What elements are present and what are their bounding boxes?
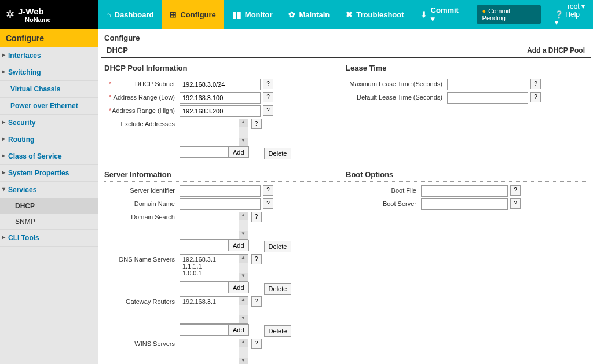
- input-server-id[interactable]: [180, 185, 261, 197]
- page-action: Add a DHCP Pool: [527, 46, 585, 54]
- nav-configure[interactable]: ⊞Configure: [162, 0, 224, 29]
- page-title: DHCP: [107, 46, 128, 54]
- nav-troubleshoot[interactable]: ✖Troubleshoot: [338, 0, 412, 29]
- input-default-lease[interactable]: [447, 92, 528, 104]
- brand-block: ✲ J-Web NoName: [0, 0, 98, 29]
- help-gateway[interactable]: ?: [251, 296, 262, 307]
- help-server-id[interactable]: ?: [263, 185, 273, 196]
- btn-domain-search-add[interactable]: Add: [228, 240, 249, 251]
- main-content: Configure DHCP Add a DHCP Pool DHCP Pool…: [98, 29, 593, 364]
- input-max-lease[interactable]: [447, 79, 528, 90]
- help-range-high[interactable]: ?: [263, 105, 273, 116]
- help-dns[interactable]: ?: [251, 254, 262, 264]
- nav-monitor[interactable]: ▮▮Monitor: [224, 0, 281, 29]
- nav-maintain[interactable]: ✿Maintain: [280, 0, 338, 29]
- btn-gateway-add[interactable]: Add: [228, 324, 249, 336]
- list-item[interactable]: 1.1.1.1: [181, 263, 247, 270]
- input-range-high[interactable]: [180, 105, 261, 117]
- help-icon: ❔: [555, 10, 565, 19]
- input-exclude-add[interactable]: [180, 146, 228, 158]
- label-max-lease: Maximum Lease Time (Seconds): [346, 79, 447, 87]
- commit-pending-badge[interactable]: Commit Pending: [477, 5, 541, 24]
- configure-icon: ⊞: [170, 10, 177, 19]
- nav-commit[interactable]: ⬇Commit ▾: [412, 0, 471, 29]
- listbox-gateway[interactable]: 192.168.3.1 ▲▼: [180, 296, 248, 324]
- help-wins[interactable]: ?: [251, 339, 262, 349]
- scroll-up-icon[interactable]: ▲: [239, 119, 248, 127]
- label-default-lease: Default Lease Time (Seconds): [346, 92, 447, 101]
- input-domain-name[interactable]: [180, 198, 261, 210]
- sidebar-item-switching[interactable]: Switching: [0, 64, 98, 81]
- help-default-lease[interactable]: ?: [530, 92, 541, 102]
- help-range-low[interactable]: ?: [263, 92, 273, 102]
- sidebar-item-routing[interactable]: Routing: [0, 131, 98, 148]
- scroll-up-icon[interactable]: ▲: [239, 212, 248, 220]
- input-range-low[interactable]: [180, 92, 261, 104]
- breadcrumb: Configure: [98, 29, 593, 43]
- help-max-lease[interactable]: ?: [530, 79, 541, 89]
- input-boot-server[interactable]: [421, 198, 508, 210]
- scroll-down-icon[interactable]: ▼: [239, 273, 248, 281]
- sidebar-item-dhcp[interactable]: DHCP: [0, 198, 98, 214]
- scroll-up-icon[interactable]: ▲: [239, 297, 248, 305]
- sidebar-item-cli-tools[interactable]: CLI Tools: [0, 230, 98, 247]
- sidebar-item-interfaces[interactable]: Interfaces: [0, 47, 98, 64]
- help-exclude[interactable]: ?: [251, 119, 262, 129]
- sidebar: Configure Interfaces Switching Virtual C…: [0, 29, 98, 364]
- label-domain-search: Domain Search: [104, 212, 180, 220]
- list-item[interactable]: 1.0.0.1: [181, 270, 247, 277]
- scroll-down-icon[interactable]: ▼: [239, 315, 248, 323]
- sidebar-title: Configure: [0, 29, 98, 47]
- sidebar-item-cos[interactable]: Class of Service: [0, 148, 98, 165]
- help-menu[interactable]: ❔ Help ▾: [555, 10, 585, 27]
- listbox-wins[interactable]: ▲▼: [180, 339, 248, 364]
- sidebar-item-services[interactable]: Services: [0, 182, 98, 198]
- top-nav: ✲ J-Web NoName ⌂Dashboard ⊞Configure ▮▮M…: [0, 0, 593, 29]
- sidebar-item-system-properties[interactable]: System Properties: [0, 165, 98, 182]
- help-boot-file[interactable]: ?: [510, 185, 521, 196]
- input-boot-file[interactable]: [421, 185, 508, 197]
- label-dns: DNS Name Servers: [104, 254, 180, 263]
- input-gateway-add[interactable]: [180, 324, 228, 336]
- scroll-down-icon[interactable]: ▼: [239, 138, 248, 146]
- label-range-low: Address Range (Low): [104, 92, 180, 101]
- scroll-up-icon[interactable]: ▲: [239, 339, 248, 347]
- top-right: root ▾ ❔ Help ▾: [547, 0, 593, 29]
- help-boot-server[interactable]: ?: [510, 198, 521, 209]
- nav-dashboard[interactable]: ⌂Dashboard: [98, 0, 162, 29]
- listbox-exclude[interactable]: ▲▼: [180, 119, 248, 146]
- btn-gateway-delete[interactable]: Delete: [264, 325, 292, 337]
- sidebar-item-snmp[interactable]: SNMP: [0, 214, 98, 230]
- scroll-down-icon[interactable]: ▼: [239, 231, 248, 239]
- user-menu[interactable]: root ▾: [568, 2, 585, 10]
- label-gateway: Gateway Routers: [104, 296, 180, 305]
- help-domain-name[interactable]: ?: [263, 198, 273, 209]
- brand-subtitle: NoName: [25, 16, 51, 23]
- btn-dns-delete[interactable]: Delete: [264, 283, 292, 295]
- scroll-up-icon[interactable]: ▲: [239, 255, 248, 263]
- list-item[interactable]: 192.168.3.1: [181, 256, 247, 263]
- btn-exclude-delete[interactable]: Delete: [264, 148, 292, 159]
- sidebar-item-virtual-chassis[interactable]: Virtual Chassis: [0, 81, 98, 98]
- btn-domain-search-delete[interactable]: Delete: [264, 241, 292, 252]
- input-dhcp-subnet[interactable]: [180, 79, 261, 90]
- sidebar-item-security[interactable]: Security: [0, 115, 98, 131]
- btn-dns-add[interactable]: Add: [228, 282, 249, 293]
- help-subnet[interactable]: ?: [263, 79, 273, 89]
- section-lease-time: Lease Time: [346, 61, 587, 75]
- scroll-down-icon[interactable]: ▼: [239, 358, 248, 364]
- commit-icon: ⬇: [420, 10, 427, 19]
- input-dns-add[interactable]: [180, 282, 228, 293]
- home-icon: ⌂: [106, 10, 111, 19]
- page-header: DHCP Add a DHCP Pool: [101, 43, 591, 58]
- help-domain-search[interactable]: ?: [251, 212, 262, 222]
- section-server-info: Server Information: [104, 168, 346, 182]
- listbox-dns[interactable]: 192.168.3.1 1.1.1.1 1.0.0.1 ▲▼: [180, 254, 248, 282]
- listbox-domain-search[interactable]: ▲▼: [180, 212, 248, 240]
- label-exclude: Exclude Addresses: [104, 119, 180, 127]
- input-domain-search-add[interactable]: [180, 240, 228, 251]
- label-wins: WINS Servers: [104, 339, 180, 347]
- btn-exclude-add[interactable]: Add: [228, 146, 249, 158]
- sidebar-item-poe[interactable]: Power over Ethernet: [0, 98, 98, 115]
- list-item[interactable]: 192.168.3.1: [181, 298, 247, 305]
